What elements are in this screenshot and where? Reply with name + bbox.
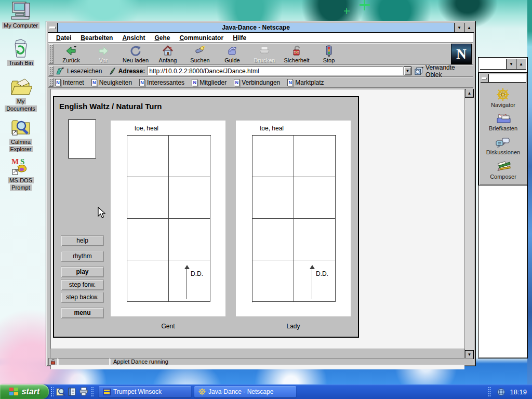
component-label: Briefkasten bbox=[489, 125, 517, 131]
guide-button[interactable]: Guide bbox=[216, 44, 248, 64]
menu-bearbeiten[interactable]: Bearbeiten bbox=[76, 34, 117, 42]
component-diskussionen[interactable]: Diskussionen bbox=[486, 137, 520, 155]
home-button[interactable]: Anfang bbox=[152, 44, 184, 64]
netscape-wheel-icon bbox=[198, 388, 206, 395]
stop-traffic-light-icon bbox=[323, 45, 335, 57]
related-objects-label[interactable]: Verwandte Objek bbox=[425, 64, 471, 78]
window-title: Java-Dance - Netscape bbox=[58, 23, 454, 32]
quicklaunch-search[interactable] bbox=[55, 386, 66, 397]
play-button[interactable]: play bbox=[61, 267, 104, 277]
background-window-titlebar: ▼ ▲ bbox=[480, 59, 526, 70]
reload-button[interactable]: Neu laden bbox=[119, 44, 152, 64]
minimize-button[interactable]: ▼ bbox=[454, 23, 464, 32]
explorer-icon bbox=[10, 117, 32, 137]
tray-network-icon[interactable] bbox=[497, 388, 506, 396]
bookmarks-label[interactable]: Lesezeichen bbox=[67, 68, 102, 75]
bookmark-marktplatz[interactable]: NMarktplatz bbox=[287, 79, 324, 86]
bookmark-page-icon: N bbox=[139, 79, 145, 86]
help-button[interactable]: help bbox=[61, 235, 104, 246]
desktop-icon-calmira-explorer[interactable]: Calmira Explorer bbox=[1, 117, 41, 153]
dance-grid-cell bbox=[169, 219, 210, 260]
dance-grid-cell bbox=[294, 177, 336, 219]
quicklaunch-notes-icon bbox=[67, 387, 77, 397]
task-trumpet-winsock[interactable]: Trumpet Winsock bbox=[99, 386, 191, 397]
dance-grid-cell bbox=[294, 219, 336, 260]
security-button[interactable]: Sicherheit bbox=[281, 44, 313, 64]
toolbar-grip[interactable] bbox=[49, 44, 54, 64]
dance-grid-cell bbox=[127, 260, 169, 302]
component-bar-titlebar bbox=[481, 74, 526, 83]
taskbar-clock[interactable]: 18:19 bbox=[510, 388, 527, 396]
address-input[interactable]: http://10.0.2.2:8000/Dance/JDance.html bbox=[147, 66, 403, 75]
forward-button[interactable]: Vor bbox=[87, 44, 119, 64]
stop-button[interactable]: Stop bbox=[313, 44, 345, 64]
vertical-scrollbar[interactable]: ▲ ▼ bbox=[464, 89, 474, 359]
component-navigator[interactable]: Navigator bbox=[491, 88, 515, 108]
window-menu-button[interactable] bbox=[48, 23, 58, 32]
task-java-dance-netscape[interactable]: Java-Dance - Netscape bbox=[194, 386, 296, 397]
dance-grid-cell bbox=[127, 177, 169, 219]
bookmark-interessantes[interactable]: NInteressantes bbox=[139, 79, 184, 86]
window-menu-button[interactable] bbox=[481, 74, 489, 82]
menu-hilfe[interactable]: Hilfe bbox=[228, 34, 251, 42]
toolbar-grip[interactable] bbox=[49, 78, 54, 87]
home-icon bbox=[162, 45, 174, 57]
bookmark-internet[interactable]: NInternet bbox=[55, 79, 84, 86]
print-button[interactable]: Drucken bbox=[248, 44, 281, 64]
status-message: Applet Dance running bbox=[111, 358, 473, 365]
minimize-button[interactable]: ▼ bbox=[506, 59, 516, 69]
scroll-up-button[interactable]: ▲ bbox=[465, 89, 474, 98]
address-toolbar: Lesezeichen Adresse: http://10.0.2.2:800… bbox=[48, 65, 473, 77]
address-dropdown-button[interactable]: ▼ bbox=[404, 66, 411, 75]
desktop-icon-label: MS-DOS Prompt bbox=[8, 177, 34, 191]
mailbox-icon bbox=[496, 113, 511, 125]
quicklaunch-printer-icon bbox=[78, 387, 89, 397]
quicklaunch-printer[interactable] bbox=[78, 386, 89, 397]
desktop-icon-label: Trash Bin bbox=[7, 60, 35, 66]
back-button[interactable]: Zurück bbox=[55, 44, 87, 64]
desktop-icon-my-documents[interactable]: My Documents bbox=[1, 78, 41, 112]
component-composer[interactable]: Composer bbox=[490, 161, 516, 180]
toolbar-grip[interactable] bbox=[49, 66, 54, 76]
bookmarks-icon[interactable] bbox=[55, 67, 65, 75]
computer-icon bbox=[10, 1, 31, 21]
bookmark-neuigkeiten[interactable]: NNeuigkeiten bbox=[91, 79, 132, 86]
menu-button[interactable]: menu bbox=[61, 308, 104, 318]
netscape-logo[interactable]: N bbox=[451, 44, 472, 64]
titlebar[interactable]: Java-Dance - Netscape ▼ ▲ bbox=[48, 23, 474, 33]
quicklaunch-grip[interactable] bbox=[50, 387, 54, 397]
menu-gehe[interactable]: Gehe bbox=[150, 34, 175, 42]
bookmark-mitglieder[interactable]: NMitglieder bbox=[192, 79, 227, 86]
start-button[interactable]: start bbox=[0, 384, 49, 399]
bookmark-page-icon: N bbox=[55, 79, 61, 86]
menu-datei[interactable]: Datei bbox=[51, 34, 76, 42]
related-objects-icon[interactable] bbox=[414, 66, 423, 76]
security-lock-icon bbox=[291, 45, 302, 57]
desktop-icon-trash-bin[interactable]: Trash Bin bbox=[1, 38, 41, 66]
search-button[interactable]: Suchen bbox=[184, 44, 216, 64]
bookmark-page-icon: N bbox=[91, 79, 97, 86]
tasks-grip[interactable] bbox=[91, 387, 94, 397]
quicklaunch-search-icon bbox=[56, 387, 66, 397]
rhythm-button[interactable]: rhythm bbox=[61, 251, 104, 262]
desktop-icon-my-computer[interactable]: My Computer bbox=[1, 1, 41, 29]
dance-grid-cell bbox=[294, 260, 336, 302]
maximize-button[interactable]: ▲ bbox=[516, 59, 526, 69]
component-briefkasten[interactable]: Briefkasten bbox=[489, 113, 517, 131]
windows-flag-icon bbox=[9, 388, 19, 396]
maximize-button[interactable]: ▲ bbox=[464, 23, 474, 32]
desktop-icon-msdos-prompt[interactable]: M S MS-DOS Prompt bbox=[1, 157, 41, 191]
security-status[interactable] bbox=[48, 358, 58, 365]
navigation-toolbar: Zurück Vor Neu laden Anfang bbox=[48, 43, 473, 65]
menu-communicator[interactable]: Communicator bbox=[175, 34, 228, 42]
step-forward-button[interactable]: step forw. bbox=[61, 280, 104, 290]
menu-ansicht[interactable]: Ansicht bbox=[117, 34, 150, 42]
quicklaunch-notes[interactable] bbox=[66, 386, 78, 397]
discussions-icon bbox=[495, 137, 511, 149]
bookmark-verbindungen[interactable]: NVerbindungen bbox=[234, 79, 280, 86]
component-bar-window[interactable]: Navigator Briefkasten bbox=[478, 72, 528, 185]
step-backward-button[interactable]: step backw. bbox=[61, 292, 104, 303]
horizontal-scrollbar[interactable] bbox=[50, 349, 464, 359]
direction-label: D.D. bbox=[316, 270, 328, 277]
bookmark-page-icon: N bbox=[192, 79, 197, 86]
